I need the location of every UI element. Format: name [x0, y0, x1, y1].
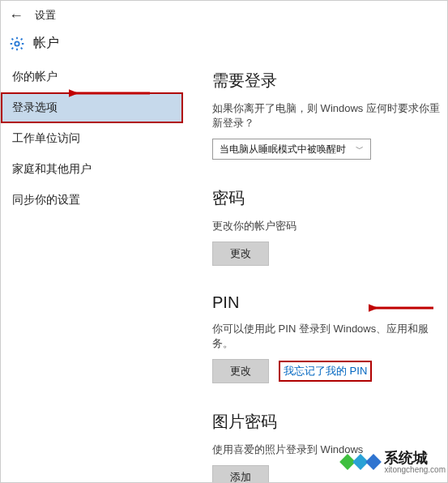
svg-point-0 [15, 41, 19, 45]
watermark: 系统城 xitongcheng.com [342, 451, 446, 474]
change-pin-button[interactable]: 更改 [212, 359, 269, 383]
forgot-pin-link[interactable]: 我忘记了我的 PIN [279, 361, 372, 382]
sidebar-item-your-account[interactable]: 你的帐户 [1, 62, 183, 92]
content-pane: 需要登录 如果你离开了电脑，则 Windows 应何时要求你重新登录？ 当电脑从… [183, 62, 447, 478]
section-heading: 需要登录 [212, 70, 447, 92]
change-password-button[interactable]: 更改 [212, 242, 269, 266]
section-require-signin: 需要登录 如果你离开了电脑，则 Windows 应何时要求你重新登录？ 当电脑从… [212, 70, 447, 160]
section-description: 更改你的帐户密码 [212, 219, 447, 233]
sidebar-item-family-users[interactable]: 家庭和其他用户 [1, 154, 183, 185]
page-title: 帐户 [33, 35, 59, 52]
require-signin-dropdown[interactable]: 当电脑从睡眠模式中被唤醒时 ﹀ [212, 139, 371, 160]
watermark-text: 系统城 [384, 451, 446, 466]
gear-icon [9, 36, 25, 52]
section-description: 如果你离开了电脑，则 Windows 应何时要求你重新登录？ [212, 101, 447, 130]
back-icon[interactable]: ← [9, 7, 23, 24]
add-picture-password-button[interactable]: 添加 [212, 465, 269, 483]
sidebar-item-work-access[interactable]: 工作单位访问 [1, 123, 183, 154]
sidebar: 你的帐户 登录选项 工作单位访问 家庭和其他用户 同步你的设置 [1, 62, 183, 478]
section-password: 密码 更改你的帐户密码 更改 [212, 187, 447, 266]
section-heading: PIN [212, 293, 447, 312]
topbar-title: 设置 [35, 8, 56, 23]
section-pin: PIN 你可以使用此 PIN 登录到 Windows、应用和服务。 更改 我忘记… [212, 293, 447, 383]
section-heading: 密码 [212, 187, 447, 209]
sidebar-item-sync-settings[interactable]: 同步你的设置 [1, 185, 183, 216]
dropdown-value: 当电脑从睡眠模式中被唤醒时 [220, 143, 346, 156]
watermark-logo-icon [342, 456, 379, 468]
section-description: 你可以使用此 PIN 登录到 Windows、应用和服务。 [212, 322, 447, 351]
chevron-down-icon: ﹀ [356, 143, 364, 155]
sidebar-item-signin-options[interactable]: 登录选项 [1, 92, 183, 123]
section-heading: 图片密码 [212, 411, 447, 433]
watermark-url: xitongcheng.com [384, 466, 446, 475]
